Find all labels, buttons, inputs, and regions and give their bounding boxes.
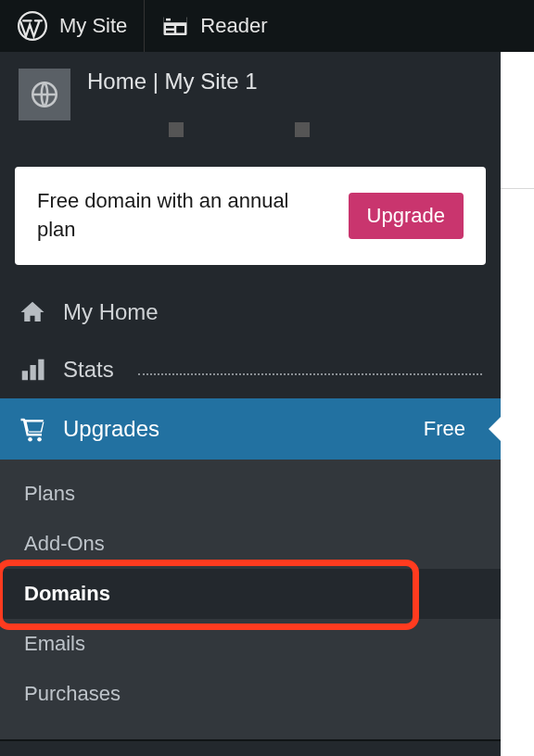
home-icon <box>19 298 46 326</box>
svg-rect-3 <box>166 19 171 21</box>
upgrade-promo-card: Free domain with an annual plan Upgrade <box>15 167 486 265</box>
sidebar: Home | My Site 1 Free domain with an ann… <box>0 52 501 756</box>
tab-reader-label: Reader <box>200 14 267 38</box>
content-area-sliver <box>501 52 534 189</box>
nav-my-home-label: My Home <box>63 299 159 325</box>
cart-icon <box>19 415 46 443</box>
site-header[interactable]: Home | My Site 1 <box>0 52 501 156</box>
nav-stats[interactable]: Stats <box>0 341 501 398</box>
site-avatar <box>19 69 70 120</box>
reader-icon <box>161 12 189 40</box>
submenu-purchases[interactable]: Purchases <box>0 669 501 719</box>
top-bar: My Site Reader <box>0 0 534 52</box>
svg-rect-9 <box>31 365 36 380</box>
submenu-emails[interactable]: Emails <box>0 619 501 669</box>
svg-point-12 <box>37 437 42 442</box>
meta-dot <box>295 122 310 137</box>
meta-dot <box>169 122 184 137</box>
site-title: Home | My Site 1 <box>87 69 310 94</box>
tab-my-site[interactable]: My Site <box>0 0 144 52</box>
svg-rect-6 <box>177 26 185 33</box>
stats-icon <box>19 356 46 384</box>
wordpress-icon <box>17 10 48 42</box>
upgrade-button[interactable]: Upgrade <box>349 193 464 239</box>
nav-my-home[interactable]: My Home <box>0 284 501 341</box>
submenu-plans[interactable]: Plans <box>0 469 501 519</box>
svg-rect-4 <box>166 26 174 29</box>
promo-text: Free domain with an annual plan <box>37 187 297 245</box>
active-arrow-icon <box>489 416 502 442</box>
submenu-domains[interactable]: Domains <box>0 569 501 619</box>
upgrades-badge: Free <box>424 417 465 441</box>
nav-stats-label: Stats <box>63 357 114 383</box>
svg-rect-5 <box>166 31 174 33</box>
section-divider <box>0 739 501 741</box>
stats-sparkline <box>138 364 482 375</box>
submenu-addons[interactable]: Add-Ons <box>0 519 501 569</box>
site-meta-dots <box>169 122 310 137</box>
tab-reader[interactable]: Reader <box>144 0 284 52</box>
tab-my-site-label: My Site <box>59 14 127 38</box>
svg-rect-10 <box>38 359 44 380</box>
svg-rect-8 <box>22 371 28 380</box>
nav-upgrades[interactable]: Upgrades Free <box>0 398 501 460</box>
svg-point-11 <box>28 437 32 442</box>
globe-icon <box>29 79 60 110</box>
upgrades-submenu: Plans Add-Ons Domains Emails Purchases <box>0 460 501 739</box>
nav-upgrades-label: Upgrades <box>63 416 159 442</box>
